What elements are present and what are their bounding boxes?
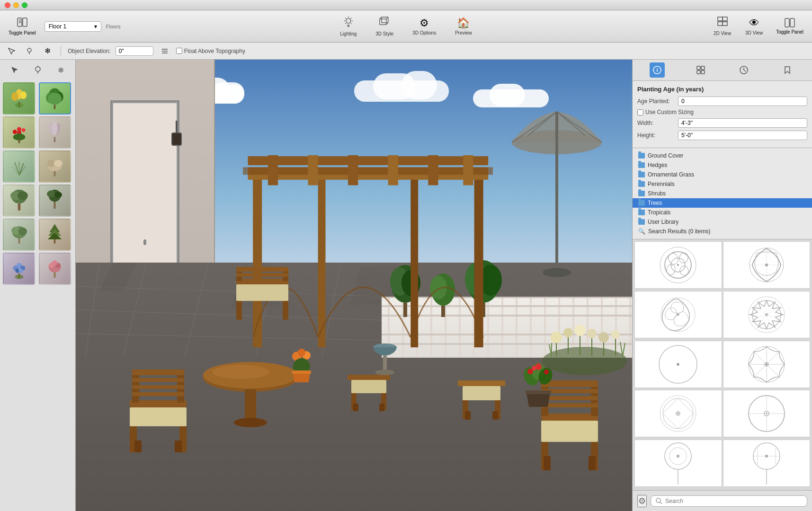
close-button[interactable]: [5, 2, 10, 8]
tree-thumb-8[interactable]: [723, 390, 811, 437]
age-planted-row: Age Planted:: [637, 97, 807, 106]
svg-rect-190: [353, 404, 358, 411]
category-item-shrubs[interactable]: Shrubs: [633, 189, 812, 198]
category-item-search-results-(0-items)[interactable]: 🔍Search Results (0 items): [633, 227, 812, 236]
tree-thumb-2[interactable]: [723, 241, 811, 289]
tree-thumb-4[interactable]: [723, 291, 811, 338]
category-item-tropicals[interactable]: Tropicals: [633, 208, 812, 217]
plant-thumb-1[interactable]: [3, 82, 35, 115]
svg-point-292: [765, 455, 768, 458]
plant-thumb-8[interactable]: [39, 185, 71, 217]
plant-thumb-2[interactable]: [39, 82, 71, 115]
svg-line-10: [345, 18, 346, 19]
custom-sizing-checkbox-label[interactable]: Use Custom Sizing: [637, 109, 694, 115]
bookmark-panel-button[interactable]: [780, 62, 795, 78]
toggle-panel-left-button[interactable]: Toggle Panel: [5, 16, 40, 37]
plant-thumb-12[interactable]: [39, 253, 71, 285]
svg-rect-122: [318, 177, 325, 348]
svg-point-238: [678, 252, 689, 264]
toolbar-center: Lighting 3D Style ⚙ 3D Options 🏠 Preview: [335, 14, 476, 38]
3d-style-button[interactable]: 3D Style: [371, 14, 398, 38]
floors-dropdown[interactable]: Floor 1 ▾: [45, 21, 101, 32]
svg-rect-156: [132, 385, 184, 389]
toolbar-right: 2D View 👁 3D View Toggle Panel: [709, 15, 807, 38]
paint-bucket-tool[interactable]: [30, 62, 45, 78]
plant-grid: [3, 82, 72, 285]
category-item-trees[interactable]: Trees: [633, 198, 812, 208]
info-panel-button[interactable]: i: [650, 62, 665, 78]
tree-thumb-7[interactable]: [634, 390, 722, 437]
plant-thumb-11[interactable]: [3, 253, 35, 285]
tree-thumb-10[interactable]: [723, 440, 811, 487]
svg-point-293: [656, 498, 660, 502]
clock-panel-button[interactable]: [736, 62, 751, 78]
lighting-button[interactable]: Lighting: [335, 14, 361, 38]
right-thumb-grid: [633, 239, 812, 490]
svg-point-211: [574, 325, 586, 336]
align-tool-button[interactable]: [158, 44, 171, 58]
category-item-hedges[interactable]: Hedges: [633, 160, 812, 170]
preview-button[interactable]: 🏠 Preview: [450, 15, 477, 37]
elevation-input[interactable]: [116, 46, 153, 56]
svg-rect-150: [134, 441, 142, 452]
right-panel-icons: i: [633, 60, 812, 81]
svg-line-233: [744, 70, 746, 71]
snowflake-tool-button[interactable]: ❄: [41, 44, 54, 58]
svg-rect-22: [723, 17, 727, 21]
plant-thumb-4[interactable]: [39, 116, 71, 149]
age-planted-input[interactable]: [678, 97, 807, 106]
svg-rect-163: [544, 456, 551, 470]
garden-bed: [537, 290, 632, 385]
svg-point-45: [22, 128, 25, 132]
plant-thumb-6[interactable]: [39, 150, 71, 183]
snowflake-tool[interactable]: ❄: [54, 62, 69, 78]
plant-thumb-7[interactable]: [3, 185, 35, 217]
search-input-wrap: [651, 495, 807, 507]
settings-button[interactable]: ⚙: [637, 495, 647, 507]
width-input[interactable]: [678, 118, 807, 128]
category-item-perennials[interactable]: Perennials: [633, 179, 812, 189]
3d-view-button[interactable]: 👁 3D View: [741, 15, 767, 37]
person-panel-button[interactable]: [693, 62, 708, 78]
viewport[interactable]: [76, 60, 632, 511]
plant-thumb-3[interactable]: [3, 116, 35, 149]
float-above-label[interactable]: Float Above Topography: [176, 48, 245, 54]
toggle-panel-right-label: Toggle Panel: [776, 29, 803, 35]
svg-point-41: [48, 92, 62, 105]
2d-view-button[interactable]: 2D View: [709, 15, 736, 38]
3d-options-button[interactable]: ⚙ 3D Options: [408, 15, 441, 37]
category-item-ornamental-grass[interactable]: Ornamental Grass: [633, 170, 812, 179]
svg-point-213: [598, 332, 609, 343]
svg-point-84: [15, 274, 23, 279]
category-item-ground-cover[interactable]: Ground Cover: [633, 151, 812, 160]
arrow-tool[interactable]: [7, 62, 22, 78]
tree-thumb-9[interactable]: [634, 440, 722, 487]
svg-rect-126: [243, 167, 493, 175]
search-input[interactable]: [665, 498, 802, 504]
plant-thumb-5[interactable]: [3, 150, 35, 183]
tree-thumb-6[interactable]: [723, 341, 811, 388]
paint-tool-button[interactable]: [23, 44, 36, 58]
height-input[interactable]: [678, 131, 807, 140]
float-above-checkbox[interactable]: [176, 48, 182, 54]
svg-point-237: [667, 252, 680, 265]
maximize-button[interactable]: [22, 2, 27, 8]
svg-rect-25: [785, 18, 789, 27]
tree-thumb-3[interactable]: [634, 291, 722, 338]
plant-thumb-9[interactable]: [3, 219, 35, 251]
plant-thumb-10[interactable]: [39, 219, 71, 251]
round-table: [198, 354, 303, 430]
select-tool-button[interactable]: [5, 44, 18, 58]
category-item-user-library[interactable]: User Library: [633, 217, 812, 227]
toggle-panel-right-button[interactable]: Toggle Panel: [772, 16, 807, 36]
category-label: Ornamental Grass: [648, 171, 694, 178]
elevation-label: Object Elevation:: [68, 48, 111, 54]
custom-sizing-checkbox[interactable]: [637, 109, 643, 115]
pergola: [243, 96, 493, 389]
tree-thumb-5[interactable]: [634, 341, 722, 388]
tree-thumb-1[interactable]: [634, 241, 722, 289]
minimize-button[interactable]: [13, 2, 19, 8]
svg-rect-227: [697, 66, 700, 70]
traffic-lights: [5, 2, 27, 8]
folder-icon: [638, 219, 645, 225]
